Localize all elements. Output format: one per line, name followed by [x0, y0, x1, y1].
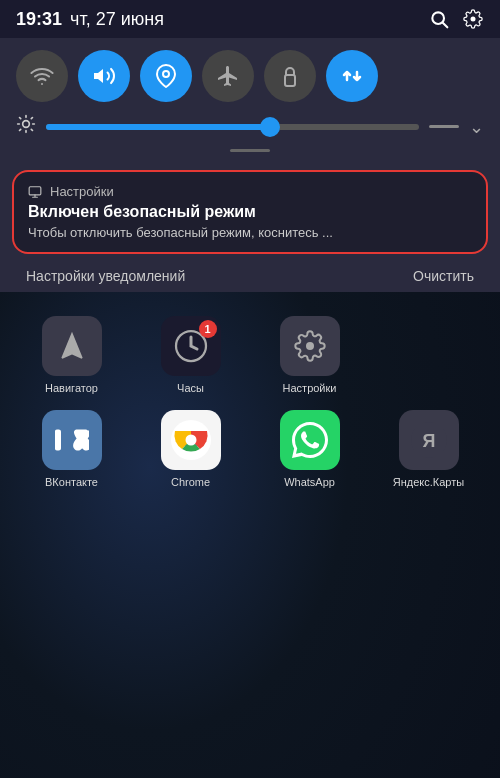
notif-body: Чтобы отключить безопасный режим, коснит… — [28, 225, 472, 240]
notif-title: Включен безопасный режим — [28, 203, 472, 221]
app-icon-navigator — [42, 316, 102, 376]
app-item-empty — [377, 316, 480, 394]
app-icon-chrome — [161, 410, 221, 470]
notification-area: Настройки Включен безопасный режим Чтобы… — [0, 170, 500, 292]
apps-grid: Навигатор 1 Часы Настройки — [20, 316, 480, 488]
status-time: 19:31 — [16, 9, 62, 30]
notif-settings-button[interactable]: Настройки уведомлений — [26, 268, 185, 284]
svg-point-2 — [41, 83, 43, 85]
status-bar: 19:31 чт, 27 июня — [0, 0, 500, 38]
brightness-row: ⌄ — [16, 114, 484, 139]
status-icons — [428, 8, 484, 30]
app-label-whatsapp: WhatsApp — [284, 476, 335, 488]
app-icon-clock: 1 — [161, 316, 221, 376]
notification-card-safe-mode[interactable]: Настройки Включен безопасный режим Чтобы… — [12, 170, 488, 254]
svg-point-3 — [163, 71, 169, 77]
app-item-vk[interactable]: ВКонтакте — [20, 410, 123, 488]
app-item-clock[interactable]: 1 Часы — [139, 316, 242, 394]
quick-settings-panel: ⌄ — [0, 38, 500, 170]
home-screen: Навигатор 1 Часы Настройки — [0, 300, 500, 504]
brightness-icon — [16, 114, 36, 139]
brightness-expand-icon[interactable]: ⌄ — [469, 116, 484, 138]
tile-lock-rotation[interactable] — [264, 50, 316, 102]
svg-rect-6 — [29, 186, 41, 194]
notif-clear-button[interactable]: Очистить — [413, 268, 474, 284]
app-label-navigator: Навигатор — [45, 382, 98, 394]
brightness-max-icon — [429, 125, 459, 128]
app-item-whatsapp[interactable]: WhatsApp — [258, 410, 361, 488]
notification-header: Настройки — [28, 184, 472, 199]
app-icon-yandex-maps: Я — [399, 410, 459, 470]
brightness-slider[interactable] — [46, 124, 419, 130]
tile-airplane[interactable] — [202, 50, 254, 102]
clock-badge: 1 — [199, 320, 217, 338]
app-icon-vk — [42, 410, 102, 470]
collapse-bar — [16, 147, 484, 158]
svg-point-5 — [23, 121, 30, 128]
app-icon-whatsapp — [280, 410, 340, 470]
svg-line-1 — [443, 23, 448, 28]
app-label-settings: Настройки — [283, 382, 337, 394]
search-icon[interactable] — [428, 8, 450, 30]
quick-tiles — [16, 50, 484, 102]
svg-rect-4 — [285, 75, 295, 86]
status-date: чт, 27 июня — [70, 9, 164, 30]
svg-text:Я: Я — [422, 431, 435, 451]
svg-point-12 — [185, 435, 196, 446]
notification-actions: Настройки уведомлений Очистить — [12, 260, 488, 292]
tile-wifi[interactable] — [16, 50, 68, 102]
app-label-chrome: Chrome — [171, 476, 210, 488]
app-icon-settings — [280, 316, 340, 376]
app-item-chrome[interactable]: Chrome — [139, 410, 242, 488]
notif-settings-icon — [28, 185, 42, 199]
app-item-navigator[interactable]: Навигатор — [20, 316, 123, 394]
app-label-clock: Часы — [177, 382, 204, 394]
tile-location[interactable] — [140, 50, 192, 102]
notif-app-name: Настройки — [50, 184, 114, 199]
app-item-yandex-maps[interactable]: Я Яндекс.Карты — [377, 410, 480, 488]
app-label-yandex-maps: Яндекс.Карты — [393, 476, 464, 488]
svg-point-8 — [306, 342, 314, 350]
gear-icon[interactable] — [462, 8, 484, 30]
tile-volume[interactable] — [78, 50, 130, 102]
app-item-settings[interactable]: Настройки — [258, 316, 361, 394]
tile-sync[interactable] — [326, 50, 378, 102]
app-label-vk: ВКонтакте — [45, 476, 98, 488]
